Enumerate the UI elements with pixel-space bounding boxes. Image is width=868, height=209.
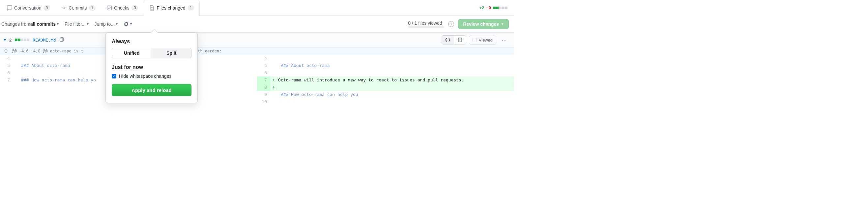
tab-count: 0 bbox=[43, 5, 51, 10]
gear-icon bbox=[124, 22, 129, 27]
file-diff-icon bbox=[149, 5, 155, 10]
line-number: 10 bbox=[257, 98, 270, 106]
toolbar-right: 0 / 1 files viewed i Review changes ▼ bbox=[408, 19, 513, 29]
jump-to-label: Jump to... bbox=[95, 22, 115, 27]
file-header: ▾ 2 README.md Viewed ⋯ bbox=[0, 32, 514, 48]
caret-icon: ▼ bbox=[115, 22, 118, 26]
svg-rect-3 bbox=[60, 38, 63, 41]
viewed-checkbox bbox=[472, 38, 477, 42]
svg-rect-1 bbox=[107, 6, 112, 10]
progress-text: 0 / 1 files viewed bbox=[408, 21, 442, 26]
line-number: 9 bbox=[257, 91, 270, 98]
tab-label: Commits bbox=[68, 5, 87, 10]
hunk-header: @@ -4,6 +4,8 @@ octo-repo is t . :house_… bbox=[0, 48, 514, 55]
additions-count: +2 bbox=[479, 6, 484, 10]
diff-layout-toggle: Unified Split bbox=[112, 48, 191, 58]
progress-bar bbox=[408, 26, 444, 28]
tab-files-changed[interactable]: Files changed 1 bbox=[144, 0, 200, 16]
commit-icon bbox=[61, 5, 67, 10]
deletions-count: −0 bbox=[486, 6, 491, 10]
split-button[interactable]: Split bbox=[152, 48, 191, 58]
line-number: 8 bbox=[257, 84, 270, 91]
checks-icon bbox=[107, 5, 112, 10]
file-change-count: 2 bbox=[9, 37, 11, 42]
popover-heading-always: Always bbox=[112, 38, 191, 44]
diff-line: 10 bbox=[257, 98, 514, 106]
view-mode-toggle bbox=[441, 35, 466, 44]
file-icon bbox=[457, 37, 463, 42]
tab-label: Files changed bbox=[157, 5, 185, 10]
info-icon[interactable]: i bbox=[448, 21, 454, 27]
line-number: 7 bbox=[0, 77, 13, 84]
tab-count: 1 bbox=[89, 5, 96, 10]
source-view-button[interactable] bbox=[442, 36, 454, 44]
checkbox-checked-icon: ✓ bbox=[112, 74, 116, 79]
jump-to-dropdown[interactable]: Jump to... ▼ bbox=[95, 22, 118, 27]
tab-checks[interactable]: Checks 0 bbox=[101, 0, 144, 16]
viewed-toggle[interactable]: Viewed bbox=[469, 36, 496, 44]
tab-label: Conversation bbox=[14, 5, 41, 10]
file-name[interactable]: README.md bbox=[33, 37, 56, 42]
hide-whitespace-label: Hide whitespace changes bbox=[119, 73, 172, 79]
diff-line-added: 7+Octo-rama will introduce a new way to … bbox=[257, 77, 514, 84]
caret-icon: ▼ bbox=[129, 22, 132, 26]
expand-icon[interactable] bbox=[3, 49, 9, 53]
collapse-chevron-icon[interactable]: ▾ bbox=[4, 37, 6, 42]
code-icon bbox=[445, 37, 451, 42]
diffstat-blocks bbox=[493, 7, 507, 9]
files-viewed-progress: 0 / 1 files viewed bbox=[408, 21, 444, 28]
diff-line: 5 ### About octo-rama bbox=[257, 62, 514, 69]
review-changes-button[interactable]: Review changes ▼ bbox=[458, 19, 509, 29]
rendered-view-button[interactable] bbox=[454, 36, 466, 44]
line-number: 6 bbox=[0, 69, 13, 77]
diff-line: 6 bbox=[257, 69, 514, 77]
changes-prefix: Changes from bbox=[1, 22, 30, 27]
line-number: 4 bbox=[257, 55, 270, 62]
diff-settings-popover: Always Unified Split Just for now ✓ Hide… bbox=[105, 32, 198, 103]
diff-line: 9 ### How octo-rama can help you bbox=[257, 91, 514, 98]
tab-count: 0 bbox=[131, 5, 138, 10]
file-actions: Viewed ⋯ bbox=[441, 35, 510, 44]
copy-path-icon[interactable] bbox=[59, 37, 64, 43]
hide-whitespace-checkbox[interactable]: ✓ Hide whitespace changes bbox=[112, 73, 191, 79]
svg-point-0 bbox=[63, 7, 65, 9]
file-filter-dropdown[interactable]: File filter... ▼ bbox=[65, 22, 89, 27]
tab-commits[interactable]: Commits 1 bbox=[56, 0, 101, 16]
changes-scope: all commits bbox=[30, 22, 56, 27]
file-menu-button[interactable]: ⋯ bbox=[499, 37, 510, 43]
tab-conversation[interactable]: Conversation 0 bbox=[1, 0, 56, 16]
diff-right-column: 4 5 ### About octo-rama 6 7+Octo-rama wi… bbox=[257, 55, 514, 106]
caret-icon: ▼ bbox=[501, 22, 504, 26]
line-number: 5 bbox=[257, 62, 270, 69]
comment-icon bbox=[7, 5, 12, 10]
file-diffstat-blocks bbox=[15, 38, 29, 41]
diffstat-summary: +2 −0 bbox=[479, 6, 513, 10]
line-number: 6 bbox=[257, 69, 270, 77]
unified-button[interactable]: Unified bbox=[112, 48, 152, 58]
diff-split-view: 4 5### About octo-rama 6 7### How octo-r… bbox=[0, 55, 514, 106]
tab-count: 1 bbox=[187, 5, 194, 10]
popover-heading-now: Just for now bbox=[112, 64, 191, 70]
changes-from-dropdown[interactable]: Changes from all commits ▼ bbox=[1, 22, 59, 27]
diff-settings-dropdown[interactable]: ▼ bbox=[124, 22, 132, 27]
file-filter-label: File filter... bbox=[65, 22, 86, 27]
diff-toolbar: Changes from all commits ▼ File filter..… bbox=[0, 16, 514, 32]
tab-label: Checks bbox=[114, 5, 129, 10]
line-number: 7 bbox=[257, 77, 270, 84]
caret-icon: ▼ bbox=[86, 22, 89, 26]
line-number: 4 bbox=[0, 55, 13, 62]
apply-reload-button[interactable]: Apply and reload bbox=[112, 84, 191, 96]
diff-line: 4 bbox=[257, 55, 514, 62]
line-number: 5 bbox=[0, 62, 13, 69]
review-button-label: Review changes bbox=[463, 22, 499, 27]
pr-tabs: Conversation 0 Commits 1 Checks 0 Files … bbox=[0, 0, 514, 16]
diff-line-added: 8+ bbox=[257, 84, 514, 91]
caret-icon: ▼ bbox=[56, 22, 59, 26]
hunk-text: @@ -4,6 +4,8 @@ octo-repo is t bbox=[12, 49, 83, 53]
viewed-label: Viewed bbox=[479, 37, 493, 42]
